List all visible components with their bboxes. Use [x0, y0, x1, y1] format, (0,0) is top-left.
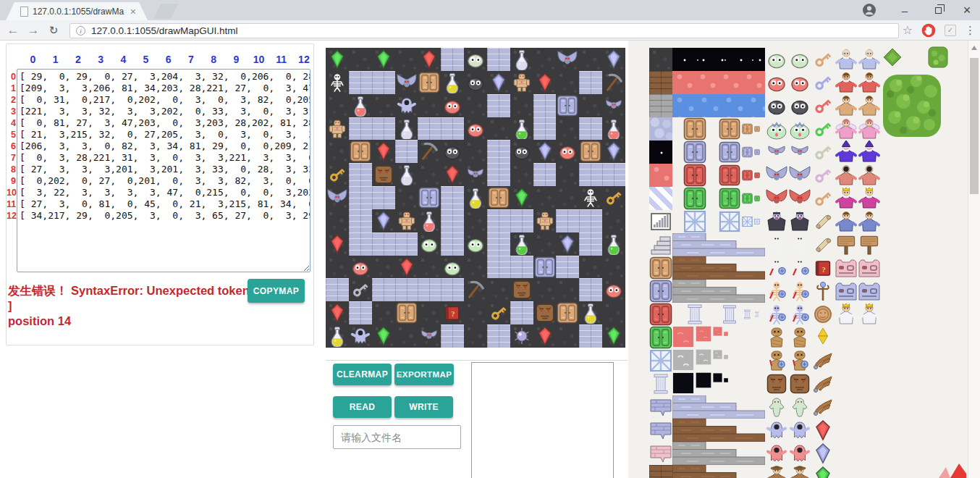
palette-mummy[interactable] [765, 326, 788, 349]
map-tile-door-purple[interactable] [418, 186, 441, 209]
map-tile-floor[interactable] [372, 256, 395, 279]
palette-ghost[interactable] [788, 419, 811, 442]
map-tile-floor[interactable] [326, 94, 349, 117]
map-tile-wall[interactable] [441, 117, 464, 141]
tile-palette[interactable]: ? [649, 48, 881, 478]
palette-shrink-lattice[interactable] [672, 210, 765, 233]
map-tile-pickaxe[interactable] [464, 278, 487, 301]
map-tile-flask-yellow[interactable] [441, 71, 464, 94]
scrollbar-thumb[interactable] [970, 58, 979, 194]
palette-facewall[interactable] [835, 280, 858, 303]
map-tile-flask-silver[interactable] [395, 163, 418, 186]
palette-scroll[interactable] [811, 210, 835, 233]
palette-swatch[interactable] [724, 349, 728, 353]
palette-swatch[interactable] [713, 349, 722, 358]
map-tile-muscle-man[interactable] [326, 117, 349, 141]
palette-big-tree[interactable] [882, 72, 942, 139]
map-tile-floor[interactable] [418, 163, 441, 186]
bookmark-star-icon[interactable]: ☆ [903, 23, 913, 37]
palette-key[interactable] [811, 48, 835, 71]
palette-wizard[interactable] [858, 141, 881, 164]
palette-door[interactable] [672, 187, 717, 210]
map-tile-floor[interactable] [510, 163, 533, 186]
palette-door[interactable] [754, 117, 760, 141]
map-tile-wall[interactable] [487, 232, 510, 256]
palette-skelwarrior[interactable] [765, 280, 788, 303]
filename-input[interactable] [333, 425, 461, 449]
palette-texture-broken[interactable] [649, 395, 672, 419]
palette-ghost[interactable] [765, 442, 788, 465]
map-tile-floor[interactable] [556, 71, 579, 94]
map-matrix-textarea[interactable] [17, 69, 311, 272]
palette-swatch[interactable] [724, 372, 728, 377]
palette-wall-steps[interactable] [672, 442, 765, 465]
map-tile-key-gold[interactable] [326, 163, 349, 186]
map-tile-flask-yellow[interactable] [464, 186, 487, 209]
map-tile-wall[interactable] [487, 94, 510, 117]
palette-wing[interactable] [811, 395, 835, 419]
map-tile-wall[interactable] [579, 324, 602, 348]
palette-book[interactable]: ? [811, 256, 835, 280]
map-tile-door-wood[interactable] [418, 71, 441, 94]
back-icon[interactable]: ← [3, 23, 23, 38]
palette-shrink-door[interactable] [672, 164, 765, 187]
palette-door[interactable] [719, 164, 740, 187]
palette-dwarf[interactable] [858, 71, 881, 94]
palette-mummyshield[interactable] [788, 349, 811, 372]
map-tile-wall[interactable] [441, 324, 464, 348]
palette-zombie[interactable] [765, 395, 788, 419]
map-tile-floor[interactable] [533, 48, 557, 71]
map-tile-gem-blue[interactable] [602, 48, 625, 71]
map-tile-wall[interactable] [510, 256, 533, 279]
map-tile-floor[interactable] [372, 94, 395, 117]
palette-pillar[interactable] [742, 303, 753, 326]
map-tile-gem-red[interactable] [395, 256, 418, 279]
map-tile-flask-yellow[interactable] [579, 301, 602, 324]
clearmap-button[interactable]: CLEARMAP [333, 364, 392, 385]
map-tile-key-gold[interactable] [487, 301, 510, 324]
map-tile-gem-red[interactable] [533, 324, 557, 348]
map-tile-wall[interactable] [395, 140, 418, 163]
map-tile-flask-yellow[interactable] [326, 324, 349, 348]
palette-bigbat[interactable] [765, 187, 788, 210]
palette-strip-water[interactable] [672, 94, 765, 117]
read-button[interactable]: READ [333, 396, 392, 418]
restore-button[interactable] [922, 0, 954, 20]
palette-gem[interactable] [811, 442, 835, 465]
palette-barbarian[interactable] [835, 94, 858, 117]
map-tile-floor[interactable] [326, 209, 349, 232]
map-tile-flask-green[interactable] [602, 232, 625, 256]
palette-hatguy[interactable] [788, 465, 811, 478]
palette-texture-pillar[interactable] [649, 372, 672, 395]
palette-prince[interactable] [835, 210, 858, 233]
map-tile-gem-green[interactable] [602, 324, 625, 348]
palette-scroll[interactable] [811, 233, 835, 256]
map-tile-floor[interactable] [579, 48, 602, 71]
close-button[interactable]: × [954, 0, 980, 20]
palette-slime[interactable] [765, 94, 788, 117]
palette-skelwarrior[interactable] [788, 303, 811, 326]
palette-door[interactable] [719, 141, 740, 164]
map-tile-stone-face[interactable] [510, 278, 533, 301]
map-tile-wall[interactable] [487, 163, 510, 186]
map-tile-floor[interactable] [510, 94, 533, 117]
map-tile-slime-black[interactable] [441, 140, 464, 163]
map-tile-wall[interactable] [349, 186, 372, 209]
palette-wall-steps[interactable] [672, 233, 765, 256]
tab-close-icon[interactable]: × [130, 7, 136, 17]
map-tile-floor[interactable] [487, 278, 510, 301]
palette-stoneface[interactable] [788, 372, 811, 395]
palette-monk[interactable] [858, 164, 881, 187]
map-tile-key-gold[interactable] [602, 186, 625, 209]
map-tile-gem-green[interactable] [510, 186, 533, 209]
palette-door[interactable] [719, 187, 740, 210]
map-tile-floor[interactable] [556, 324, 579, 348]
copymap-button[interactable]: COPYMAP [248, 279, 305, 303]
palette-skelwarrior[interactable] [765, 303, 788, 326]
map-tile-floor[interactable] [579, 256, 602, 279]
map-tile-floor[interactable] [326, 140, 349, 163]
map-tile-orb-purple[interactable] [510, 324, 533, 348]
page-info-icon[interactable]: i [76, 26, 85, 35]
palette-swatch[interactable] [672, 326, 694, 348]
map-tile-slime-red[interactable] [464, 117, 487, 141]
